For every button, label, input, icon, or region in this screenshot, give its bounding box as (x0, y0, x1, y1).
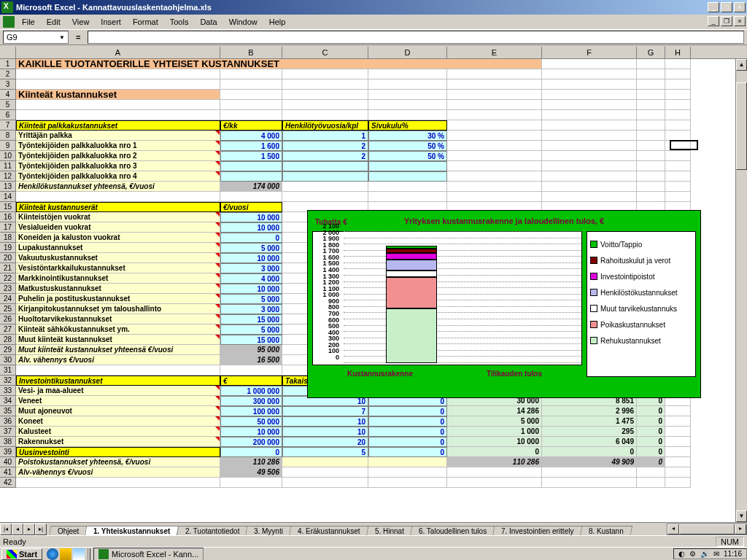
cell[interactable]: 10 000 (447, 437, 542, 447)
cell[interactable] (542, 100, 637, 110)
sheet-tab[interactable]: 3. Myynti (245, 526, 292, 536)
cell[interactable] (282, 457, 368, 467)
cell[interactable]: Uusinvestointi (16, 447, 220, 457)
cell[interactable]: 100 000 (220, 406, 282, 416)
scroll-track[interactable] (736, 71, 747, 510)
row-header[interactable]: 36 (0, 416, 16, 427)
row-header[interactable]: 17 (0, 222, 16, 233)
cell[interactable]: 3 000 (220, 263, 282, 273)
cell[interactable]: Matkustuskustannukset (16, 284, 220, 294)
cell[interactable]: Kirjanpitokustannukset ym taloushallinto (16, 304, 220, 314)
scroll-down-arrow-icon[interactable]: ▼ (736, 510, 747, 522)
scroll-right-arrow-icon[interactable]: ▸ (735, 524, 746, 534)
cell[interactable] (368, 161, 447, 171)
cell[interactable]: 15 000 (220, 314, 282, 324)
cell[interactable]: 10 (282, 427, 368, 437)
row-header[interactable]: 18 (0, 233, 16, 243)
cell[interactable]: 0 (220, 233, 282, 243)
cell[interactable]: 49 909 (542, 457, 637, 467)
cell[interactable]: 110 286 (220, 457, 282, 467)
cell[interactable] (368, 478, 447, 488)
sheet-tab[interactable]: 7. Investointien erittely (492, 526, 583, 536)
cell[interactable]: 0 (637, 447, 665, 457)
cell[interactable]: 5 000 (220, 324, 282, 335)
cell[interactable]: 16 500 (220, 355, 282, 365)
cell[interactable] (665, 100, 691, 110)
cell[interactable]: 1 600 (220, 141, 282, 151)
scroll-left-arrow-icon[interactable]: ◂ (667, 524, 679, 534)
cell[interactable] (665, 171, 691, 182)
cell[interactable] (447, 467, 542, 478)
row-header[interactable]: 6 (0, 110, 16, 120)
col-header-D[interactable]: D (368, 47, 447, 58)
cell[interactable]: Työntekijöiden palkkaluokka nro 4 (16, 171, 220, 182)
cell[interactable]: Muut ajoneuvot (16, 406, 220, 416)
row-header[interactable]: 26 (0, 314, 16, 324)
col-header-A[interactable]: A (16, 47, 220, 58)
row-header[interactable]: 13 (0, 182, 16, 192)
col-header-E[interactable]: E (447, 47, 542, 58)
cell[interactable] (282, 478, 368, 488)
tab-nav-first-icon[interactable]: |◂ (0, 524, 12, 535)
cell[interactable] (665, 447, 691, 457)
row-header[interactable]: 34 (0, 396, 16, 406)
cell[interactable] (665, 416, 691, 427)
cell[interactable]: Sivukulu% (368, 120, 447, 131)
cell[interactable] (542, 182, 637, 192)
cell[interactable]: Koneet (16, 416, 220, 427)
cell[interactable]: Vesistöntarkkailukustannukset (16, 263, 220, 273)
row-header[interactable]: 42 (0, 478, 16, 488)
cell[interactable] (368, 100, 447, 110)
select-all-corner[interactable] (0, 47, 16, 58)
cell[interactable] (220, 69, 282, 79)
row-header[interactable]: 21 (0, 263, 16, 273)
cell[interactable]: 0 (368, 406, 447, 416)
menu-help[interactable]: Help (263, 16, 292, 28)
cell[interactable]: 1 475 (542, 416, 637, 427)
cell[interactable] (447, 192, 542, 202)
cell[interactable]: 1 500 (220, 151, 282, 161)
cell[interactable] (282, 467, 368, 478)
menu-window[interactable]: Window (223, 16, 263, 28)
cell[interactable]: 2 (282, 141, 368, 151)
cell[interactable]: 10 000 (220, 222, 282, 233)
menu-tools[interactable]: Tools (164, 16, 195, 28)
cell[interactable]: 2 996 (542, 406, 637, 416)
cell[interactable] (447, 110, 542, 120)
cell[interactable] (282, 100, 368, 110)
cell[interactable] (282, 182, 368, 192)
row-header[interactable]: 25 (0, 304, 16, 314)
cell[interactable]: Alv-vähennys €/vuosi (16, 467, 220, 478)
cell[interactable]: 10 000 (220, 212, 282, 222)
col-header-B[interactable]: B (220, 47, 282, 58)
cell[interactable]: 1 000 (447, 427, 542, 437)
cell[interactable] (447, 79, 542, 90)
row-header[interactable]: 5 (0, 100, 16, 110)
cell[interactable] (542, 69, 637, 79)
cell[interactable]: Muut kiinteät kustannukset yhteensä €/vu… (16, 345, 220, 355)
row-header[interactable]: 33 (0, 386, 16, 396)
col-header-C[interactable]: C (282, 47, 368, 58)
cell[interactable] (447, 131, 542, 141)
cell[interactable]: 50 % (368, 141, 447, 151)
row-header[interactable]: 28 (0, 335, 16, 345)
row-header[interactable]: 40 (0, 457, 16, 467)
cell[interactable] (282, 69, 368, 79)
row-header[interactable]: 23 (0, 284, 16, 294)
cell[interactable] (220, 90, 282, 100)
row-header[interactable]: 30 (0, 355, 16, 365)
cell[interactable]: 20 (282, 437, 368, 447)
row-header[interactable]: 39 (0, 447, 16, 457)
scroll-thumb[interactable] (736, 82, 747, 170)
tray-icon-4[interactable]: ✉ (713, 550, 719, 558)
cell[interactable] (637, 59, 665, 69)
tray-icon-1[interactable]: ◐ (678, 550, 685, 558)
cell[interactable] (542, 120, 637, 131)
cell[interactable] (665, 467, 691, 478)
workbook-close-button[interactable]: × (734, 16, 746, 26)
cell[interactable]: 10 000 (220, 284, 282, 294)
row-header[interactable]: 11 (0, 161, 16, 171)
cell[interactable] (637, 161, 665, 171)
cell[interactable] (637, 69, 665, 79)
cell[interactable]: 95 000 (220, 345, 282, 355)
